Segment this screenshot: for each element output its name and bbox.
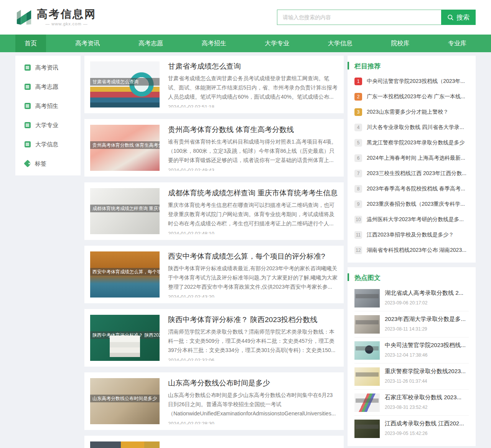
- article-thumbnail: 西安中考体育成绩怎么算，每个项目的: [90, 251, 160, 298]
- site-logo[interactable]: 高考信息网 — www.gkx.com —: [15, 8, 96, 26]
- article-card[interactable]: 西安中考体育成绩怎么算，每个项目的 西安中考体育成绩怎么算，每个项目的评分标准?…: [84, 246, 344, 303]
- recommend-item-label: 2024年上海春考时间 上海高考选科最新...: [367, 155, 465, 162]
- hot-thumbnail: [354, 420, 380, 438]
- sidebar-item-university-info[interactable]: 大学信息: [15, 135, 81, 154]
- recommend-item[interactable]: 5 黑龙江警察学院2023年录取分数线是多少: [354, 135, 469, 150]
- sidebar-item-label: 标签: [35, 160, 46, 167]
- hot-item-date: 2023-09-05 15:42:26: [385, 431, 469, 436]
- recommend-item[interactable]: 2 广东一本投档线2023年公布 广东一本线...: [354, 89, 469, 104]
- hot-item[interactable]: 湖北省成人高考录取分数线 2... 2023-09-06 20:17:02: [354, 285, 469, 311]
- recommend-item-label: 江西2023单招学校及分数线是多少？: [367, 231, 454, 238]
- panel-accent-bar: [348, 273, 349, 281]
- hot-item-title: 石家庄军校录取分数线 2023...: [385, 394, 469, 401]
- recommend-item[interactable]: 7 2023三校生投档线江西 2023年江西分数...: [354, 166, 469, 181]
- recommend-item[interactable]: 10 温州医科大学2023年考研的分数线是多...: [354, 212, 469, 227]
- rank-badge: 6: [354, 154, 362, 162]
- recommend-item[interactable]: 9 2023重庆春招分数线（2023重庆专科学...: [354, 197, 469, 212]
- document-icon: [25, 103, 31, 109]
- hot-item[interactable]: 石家庄军校录取分数线 2023... 2023-08-31 23:52:42: [354, 389, 469, 415]
- recommend-item-label: 川大各专业录取分数线 四川省各大学录...: [367, 124, 464, 131]
- hot-item[interactable]: 中央司法警官学院2023投档线... 2023-12-04 17:38:46: [354, 337, 469, 363]
- nav-item-home[interactable]: 首页: [15, 35, 46, 52]
- document-icon: [25, 64, 31, 71]
- article-card[interactable]: 山东高考分数线公布时间是多少 山东高考分数线公布时间是多少 山东高考分数线公布时…: [84, 372, 344, 430]
- nav-item-gaokao-zhiyuan[interactable]: 高考志愿: [129, 35, 172, 52]
- rank-badge: 9: [354, 200, 362, 208]
- recommend-item[interactable]: 4 川大各专业录取分数线 四川省各大学录...: [354, 120, 469, 135]
- article-title[interactable]: 西安中考体育成绩怎么算，每个项目的评分标准?: [168, 251, 338, 261]
- article-title[interactable]: 成都体育统考成绩怎样查询 重庆市体育统考考生信息...: [168, 188, 338, 198]
- rank-badge: 5: [354, 139, 362, 147]
- site-title: 高考信息网: [37, 8, 96, 20]
- nav-item-university-major[interactable]: 大学专业: [255, 35, 298, 52]
- article-title[interactable]: 山东高考分数线公布时间是多少: [168, 378, 338, 388]
- article-card[interactable]: 陕西中考体育评分标准？ 陕西202 陕西中考体育评分标准？ 陕西2023投档分数…: [84, 309, 344, 367]
- hot-panel: 热点图文 湖北省成人高考录取分数线 2... 2023-09-06 20:17:…: [348, 267, 476, 446]
- sidebar-item-tags[interactable]: 标签: [15, 154, 81, 173]
- article-title[interactable]: 贵州高考体育分数线 体育生高考分数线: [168, 125, 338, 135]
- search-button[interactable]: 搜索: [441, 10, 476, 25]
- article-thumbnail: 贵州高考体育分数线 体育生高考分数: [90, 125, 160, 171]
- thumbnail-caption: 甘肃省考成绩怎么查询: [90, 78, 160, 86]
- article-card[interactable]: 成都体育统考成绩怎样查询 重庆市体 成都体育统考成绩怎样查询 重庆市体育统考考生…: [84, 182, 344, 240]
- hot-item[interactable]: 重庆警察学院录取分数线2023... 2023-11-26 01:37:44: [354, 363, 469, 389]
- hot-thumbnail: [354, 367, 380, 386]
- logo-text-block: 高考信息网 — www.gkx.com —: [37, 8, 96, 26]
- search-icon: [447, 14, 454, 21]
- document-icon: [25, 122, 31, 128]
- recommend-item[interactable]: 8 2023年春季高考各院校投档线 春季高考...: [354, 181, 469, 197]
- rank-badge: 8: [354, 185, 362, 193]
- article-card-partial[interactable]: [84, 436, 344, 448]
- hot-item[interactable]: 江西成考录取分数线 江西202... 2023-09-05 15:42:26: [354, 415, 469, 441]
- sidebar-item-university-major[interactable]: 大学专业: [15, 116, 81, 135]
- article-date: 2024-01-02 02:51:18: [168, 104, 338, 107]
- article-title[interactable]: 甘肃省考成绩怎么查询: [168, 61, 338, 71]
- recommend-item[interactable]: 12 湖南省专科投档线2023年公布 湖南2023...: [354, 243, 469, 258]
- sidebar-item-gaokao-zhiyuan[interactable]: 高考志愿: [15, 77, 81, 96]
- hot-item-title: 中央司法警官学院2023投档线...: [385, 342, 469, 349]
- document-icon: [25, 84, 31, 90]
- sidebar-item-label: 高考志愿: [35, 83, 58, 91]
- article-list: 甘肃省考成绩怎么查询 甘肃省考成绩怎么查询 甘肃省考成绩怎么查询甘肃公务员考试成…: [84, 56, 344, 448]
- article-date: 2024-01-02 02:32:06: [168, 357, 338, 361]
- hot-item[interactable]: 2023年西湖大学录取分数是多... 2023-08-11 14:31:29: [354, 311, 469, 337]
- article-summary: 陕西中考体育评分标准成绩表最近,有部分2023年中考的家长咨询曦曦关于中考体育考…: [168, 264, 338, 291]
- thumbnail-caption: 西安中考体育成绩怎么算，每个项目的: [90, 268, 160, 276]
- recommend-item-label: 2023山东需要多少分才能上警校？: [367, 109, 448, 116]
- hot-panel-title: 热点图文: [354, 273, 381, 282]
- hot-thumbnail: [354, 341, 380, 360]
- article-summary: 渭南师范学院艺术类录取分数线？渭南师范学院艺术类录取分数线：本科一批：文史类50…: [168, 327, 338, 355]
- nav-item-college-library[interactable]: 院校库: [382, 35, 419, 52]
- rank-badge: 3: [354, 108, 362, 116]
- recommend-item[interactable]: 11 江西2023单招学校及分数线是多少？: [354, 227, 469, 243]
- article-thumbnail: [90, 441, 160, 448]
- sidebar-item-gaokao-zhaosheng[interactable]: 高考招生: [15, 96, 81, 116]
- article-card[interactable]: 贵州高考体育分数线 体育生高考分数 贵州高考体育分数线 体育生高考分数线 谁有贵…: [84, 119, 344, 177]
- recommend-item-label: 湖南省专科投档线2023年公布 湖南2023...: [367, 247, 466, 254]
- recommend-item-label: 中央司法警官学院2023投档线（2023年...: [367, 78, 465, 85]
- nav-item-gaokao-news[interactable]: 高考资讯: [66, 35, 109, 52]
- recommend-item[interactable]: 1 中央司法警官学院2023投档线（2023年...: [354, 74, 469, 89]
- recommend-item[interactable]: 6 2024年上海春考时间 上海高考选科最新...: [354, 150, 469, 166]
- hot-thumbnail: [354, 315, 380, 334]
- hot-item-date: 2023-08-31 23:52:42: [385, 405, 469, 410]
- article-summary: 谁有贵州省体育特长生考试科目和成绩与得分对照表1.高考项目有4项。（100米，8…: [168, 137, 338, 165]
- sidebar-item-label: 高考招生: [35, 102, 58, 110]
- sidebar-item-gaokao-news[interactable]: 高考资讯: [15, 58, 81, 77]
- tag-icon: [24, 160, 31, 167]
- article-card[interactable]: 甘肃省考成绩怎么查询 甘肃省考成绩怎么查询 甘肃省考成绩怎么查询甘肃公务员考试成…: [84, 56, 344, 113]
- article-date: 2024-01-02 02:48:10: [168, 231, 338, 234]
- hot-panel-header: 热点图文: [354, 273, 469, 282]
- article-title[interactable]: 陕西中考体育评分标准？ 陕西2023投档分数线: [168, 315, 338, 325]
- nav-item-university-info[interactable]: 大学信息: [319, 35, 362, 52]
- nav-item-gaokao-zhaosheng[interactable]: 高考招生: [193, 35, 236, 52]
- search-input[interactable]: [277, 10, 441, 25]
- hot-item-date: 2023-09-06 20:17:02: [385, 300, 469, 306]
- thumbnail-caption: 陕西中考体育评分标准？ 陕西202: [90, 331, 160, 339]
- recommend-item[interactable]: 3 2023山东需要多少分才能上警校？: [354, 104, 469, 120]
- search-bar: 搜索: [277, 10, 476, 25]
- hot-thumbnail: [354, 393, 380, 412]
- hot-item-date: 2023-11-26 01:37:44: [385, 379, 469, 384]
- nav-item-major-library[interactable]: 专业库: [439, 35, 476, 52]
- hot-item-title: 江西成考录取分数线 江西202...: [385, 420, 469, 427]
